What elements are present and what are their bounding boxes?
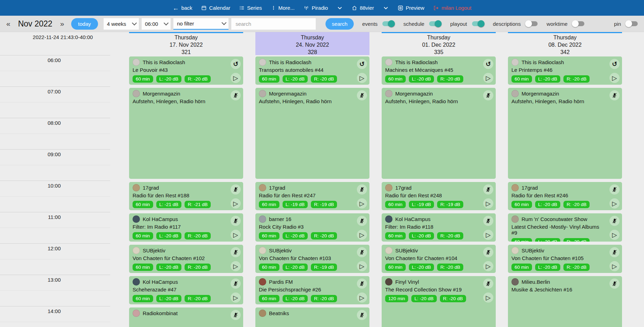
toggle-switch[interactable] xyxy=(429,21,441,26)
mic-off-icon[interactable] xyxy=(357,216,367,226)
event-card[interactable]: SUBjektiv Von Chaoten für Chaoten #103 6… xyxy=(255,245,369,273)
nav-item-calendar[interactable]: Calendar xyxy=(201,5,230,11)
toggle-playout[interactable]: playout xyxy=(450,21,484,27)
play-icon[interactable]: ▷ xyxy=(231,73,241,83)
play-icon[interactable]: ▷ xyxy=(609,261,620,271)
play-icon[interactable]: ▷ xyxy=(357,261,367,271)
event-card[interactable]: barner 16 Rock City Radio #3 60 minL: -2… xyxy=(255,213,369,242)
play-icon[interactable]: ▷ xyxy=(483,198,493,208)
event-card[interactable]: Morgenmagazin Aufstehn, Hinlegen, Radio … xyxy=(255,88,369,179)
piradio-dropdown-chevron[interactable] xyxy=(337,7,343,9)
mic-off-icon[interactable] xyxy=(231,310,241,320)
mic-off-icon[interactable] xyxy=(231,90,241,100)
mic-off-icon[interactable] xyxy=(357,90,367,100)
event-card[interactable]: Kol HaCampus Scheherazade #47 60 minL: -… xyxy=(129,276,243,304)
event-card[interactable]: Morgenmagazin Aufstehn, Hinlegen, Radio … xyxy=(382,88,496,179)
mic-off-icon[interactable] xyxy=(609,216,620,226)
mic-off-icon[interactable] xyxy=(609,90,620,100)
replay-icon[interactable]: ↺ xyxy=(483,59,493,69)
filter-select[interactable]: no filter xyxy=(173,18,229,30)
event-card[interactable]: Morgenmagazin Aufstehn, Hinlegen, Radio … xyxy=(508,88,622,179)
event-card[interactable]: Kol HaCampus Filter: Im Radio #118 60 mi… xyxy=(382,213,496,242)
event-card[interactable]: This is Radioclash Le Printemps #46 60 m… xyxy=(508,56,622,85)
search-input[interactable] xyxy=(231,18,316,30)
event-card[interactable]: Pardis FM Die Persischsprachige #26 60 m… xyxy=(255,276,369,304)
event-card[interactable]: SUBjektiv Von Chaoten für Chaoten #105 6… xyxy=(508,245,622,273)
play-icon[interactable]: ▷ xyxy=(483,261,493,271)
start-time-select[interactable]: 06:00 xyxy=(142,18,171,30)
event-card[interactable]: This is Radioclash Machines et Mécanique… xyxy=(382,56,496,85)
toggle-switch[interactable] xyxy=(572,21,584,26)
toggle-schedule[interactable]: schedule xyxy=(403,21,441,27)
mic-off-icon[interactable] xyxy=(231,184,241,195)
play-icon[interactable]: ▷ xyxy=(231,261,241,271)
play-icon[interactable]: ▷ xyxy=(231,230,241,240)
event-card[interactable]: Morgenmagazin Aufstehn, Hinlegen, Radio … xyxy=(129,88,243,179)
mic-off-icon[interactable] xyxy=(483,279,493,289)
play-icon[interactable]: ▷ xyxy=(231,292,241,303)
toggle-switch[interactable] xyxy=(526,21,538,26)
more-menu-button[interactable]: More... xyxy=(271,5,295,11)
next-period-button[interactable]: » xyxy=(57,20,67,28)
toggle-switch[interactable] xyxy=(626,21,638,26)
mic-off-icon[interactable] xyxy=(357,184,367,195)
mic-off-icon[interactable] xyxy=(483,216,493,226)
mic-off-icon[interactable] xyxy=(357,310,367,320)
event-card[interactable]: Milieu.Berlin Musike & Jeschichten #16 xyxy=(508,276,622,327)
play-icon[interactable]: ▷ xyxy=(231,198,241,208)
station-dropdown-chevron[interactable] xyxy=(383,7,389,9)
mic-off-icon[interactable] xyxy=(357,247,367,257)
mic-off-icon[interactable] xyxy=(357,279,367,289)
play-icon[interactable]: ▷ xyxy=(609,198,620,208)
play-icon[interactable]: ▷ xyxy=(357,73,367,83)
back-button[interactable]: ← back xyxy=(173,5,193,11)
event-card[interactable]: Finyl Vinyl The Record Collection Show #… xyxy=(382,276,496,327)
event-card[interactable]: SUBjektiv Von Chaoten für Chaoten #104 6… xyxy=(382,245,496,273)
play-icon[interactable]: ▷ xyxy=(483,73,493,83)
preview-button[interactable]: Preview xyxy=(398,5,424,11)
event-card[interactable]: This is Radioclash Le Pouvoir #43 60 min… xyxy=(129,56,243,85)
event-card[interactable]: Beatniks xyxy=(255,307,369,327)
event-card[interactable]: Rum 'n' Coconutwater Show Latest Checked… xyxy=(508,213,622,242)
play-icon[interactable]: ▷ xyxy=(609,230,620,240)
replay-icon[interactable]: ↺ xyxy=(357,59,367,69)
toggle-descriptions[interactable]: descriptions xyxy=(493,21,538,27)
play-icon[interactable]: ▷ xyxy=(609,73,620,83)
toggle-switch[interactable] xyxy=(382,21,394,26)
event-card[interactable]: Kol HaCampus Filter: Im Radio #117 60 mi… xyxy=(129,213,243,242)
play-icon[interactable]: ▷ xyxy=(483,292,493,303)
event-card[interactable]: 17grad Radio für den Rest #247 60 minL: … xyxy=(255,182,369,210)
logout-button[interactable]: milan Logout xyxy=(433,5,471,11)
toggle-pin[interactable]: pin xyxy=(614,21,638,27)
range-select[interactable]: 4 weeks xyxy=(104,18,139,30)
toggle-switch[interactable] xyxy=(472,21,484,26)
prev-period-button[interactable]: « xyxy=(3,20,13,28)
event-card[interactable]: 17grad Radio für den Rest #246 60 minL: … xyxy=(508,182,622,210)
play-icon[interactable]: ▷ xyxy=(357,198,367,208)
mic-off-icon[interactable] xyxy=(483,247,493,257)
mic-off-icon[interactable] xyxy=(483,184,493,195)
nav-item-piradio[interactable]: Piradio xyxy=(304,5,328,11)
search-button[interactable]: search xyxy=(325,18,354,30)
event-card[interactable]: This is Radioclash Transports automobile… xyxy=(255,56,369,85)
event-card[interactable]: 17grad Radio für den Rest #188 60 minL: … xyxy=(129,182,243,210)
event-card[interactable]: 17grad Radio für den Rest #248 60 minL: … xyxy=(382,182,496,210)
mic-off-icon[interactable] xyxy=(231,216,241,226)
toggle-events[interactable]: events xyxy=(362,21,394,27)
mic-off-icon[interactable] xyxy=(483,90,493,100)
event-card[interactable]: Radiokombinat xyxy=(129,307,243,327)
nav-item-station[interactable]: 88vier xyxy=(352,5,374,11)
play-icon[interactable]: ▷ xyxy=(483,230,493,240)
toggle-worktime[interactable]: worktime xyxy=(547,21,584,27)
nav-item-series[interactable]: Series xyxy=(239,5,262,11)
event-card[interactable]: SUBjektiv Von Chaoten für Chaoten #102 6… xyxy=(129,245,243,273)
replay-icon[interactable]: ↺ xyxy=(231,59,241,69)
mic-off-icon[interactable] xyxy=(231,247,241,257)
mic-off-icon[interactable] xyxy=(609,247,620,257)
mic-off-icon[interactable] xyxy=(231,279,241,289)
replay-icon[interactable]: ↺ xyxy=(609,59,620,69)
play-icon[interactable]: ▷ xyxy=(357,230,367,240)
today-button[interactable]: today xyxy=(71,18,98,30)
mic-off-icon[interactable] xyxy=(609,184,620,195)
mic-off-icon[interactable] xyxy=(609,279,620,289)
